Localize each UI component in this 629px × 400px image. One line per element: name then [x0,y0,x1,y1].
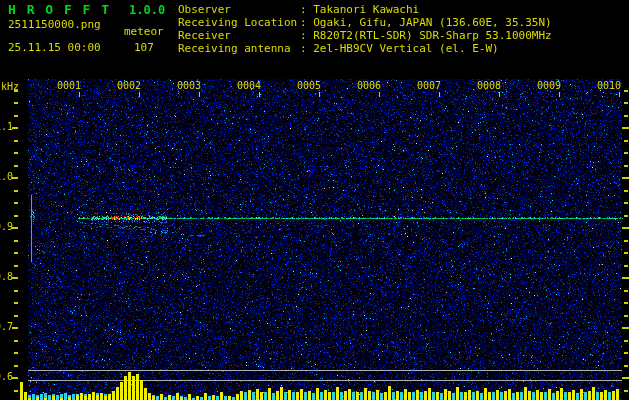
info-colon: : [300,3,307,16]
time-axis-label: 0002 [115,80,143,91]
datetime-label: 25.11.15 00:00 [8,42,101,54]
freq-axis-label: 0.9 [0,221,13,232]
info-colon: : [300,42,307,55]
info-label: Receiver [178,29,300,42]
info-label: Receiving Location [178,16,300,29]
freq-axis-label: 1.0 [0,171,13,182]
time-axis-label: 0010 [595,80,623,91]
freq-axis-label: 0.7 [0,321,13,332]
freq-axis-label: 1.1 [0,121,13,132]
info-label: Receiving antenna [178,42,300,55]
time-axis-label: 0001 [55,80,83,91]
info-row-location: Receiving Location: Ogaki, Gifu, JAPAN (… [178,16,552,29]
time-axis-label: 0007 [415,80,443,91]
info-colon: : [300,16,307,29]
freq-axis-label: 0.6 [0,371,13,382]
time-axis-label: 0003 [175,80,203,91]
echo-count: 107 [134,42,154,54]
spectrogram-canvas [0,0,629,400]
info-row-observer: Observer: Takanori Kawachi [178,3,419,16]
app-title: H R O F F T [8,3,111,17]
info-row-antenna: Receiving antenna: 2el-HB9CV Vertical (e… [178,42,499,55]
app-version: 1.0.0 [129,4,165,17]
info-row-receiver: Receiver: R820T2(RTL-SDR) SDR-Sharp 53.1… [178,29,552,42]
info-colon: : [300,29,307,42]
info-value: 2el-HB9CV Vertical (el. E-W) [313,42,498,55]
time-axis-label: 0008 [475,80,503,91]
mode-label: meteor [124,26,164,38]
time-axis-label: 0005 [295,80,323,91]
info-label: Observer [178,3,300,16]
time-axis-label: 0009 [535,80,563,91]
time-axis-label: 0004 [235,80,263,91]
freq-axis-label: 0.8 [0,271,13,282]
info-value: Ogaki, Gifu, JAPAN (136.60E, 35.35N) [313,16,551,29]
info-value: R820T2(RTL-SDR) SDR-Sharp 53.1000MHz [313,29,551,42]
time-axis-label: 0006 [355,80,383,91]
hrofft-screen: H R O F F T 1.0.0 2511150000.png meteor … [0,0,629,400]
freq-axis-unit: kHz [1,81,19,92]
info-value: Takanori Kawachi [313,3,419,16]
output-filename: 2511150000.png [8,19,101,31]
